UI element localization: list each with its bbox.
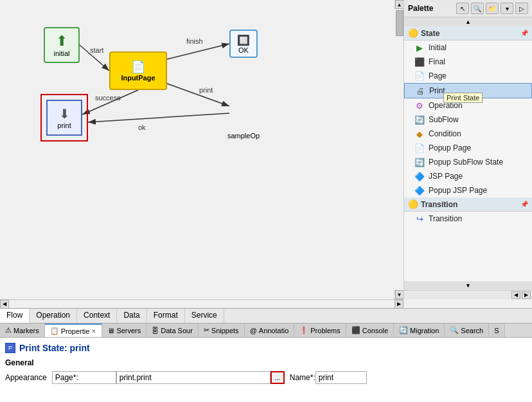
palette-item-page[interactable]: 📄 Page — [404, 69, 532, 83]
palette-expand-btn[interactable]: ▷ — [515, 3, 528, 14]
palette-section-state[interactable]: 🟡 State 📌 — [404, 26, 532, 41]
node-initial[interactable]: ⬆ initial — [44, 27, 80, 63]
state-section-label: State — [421, 29, 439, 38]
prop-name-input[interactable] — [315, 371, 367, 384]
node-inputpage-label: InputPage — [121, 74, 155, 82]
popup-subflow-palette-label: Popup SubFlow State — [429, 158, 503, 167]
palette-item-final[interactable]: ⬛ Final — [404, 55, 532, 69]
problems-icon: ❗ — [299, 326, 308, 334]
palette-scroll-up[interactable]: ▲ — [404, 17, 532, 26]
prop-page-input[interactable] — [52, 371, 116, 384]
tab-context[interactable]: Context — [77, 309, 117, 323]
servers-label: Servers — [116, 327, 141, 334]
canvas-hscroll-right[interactable]: ▶ — [395, 300, 403, 309]
eclipse-tab-search[interactable]: 🔍 Search — [445, 324, 489, 337]
palette-section-transition[interactable]: 🟡 Transition 📌 — [404, 197, 532, 212]
eclipse-tab-migration[interactable]: 🔄 Migration — [394, 324, 445, 337]
annotatio-icon: @ — [250, 327, 257, 334]
node-ok-label: OK — [238, 46, 249, 54]
palette-item-jsp-page[interactable]: 🔷 JSP Page — [404, 169, 532, 183]
arrow-label-finish: finish — [186, 37, 203, 45]
initial-palette-icon: ▶ — [414, 42, 425, 53]
search-label: Search — [461, 327, 483, 334]
print-palette-icon: 🖨 — [415, 86, 425, 96]
palette-section-state-title: 🟡 State — [408, 28, 439, 38]
prop-appearance-label: Appearance — [5, 373, 47, 382]
palette-scroll-down[interactable]: ▼ — [404, 281, 532, 290]
servers-icon: 🖥 — [107, 327, 114, 334]
canvas-hscroll: ◀ ▶ — [0, 299, 403, 308]
top-area: start finish success ok print ⬆ initial … — [0, 0, 532, 299]
properties-close[interactable]: ✕ — [91, 328, 96, 334]
palette-hscroll-left[interactable]: ◀ — [511, 291, 520, 299]
svg-line-4 — [88, 113, 229, 122]
palette-folder-btn[interactable]: 📁 — [486, 3, 499, 14]
eclipse-tab-servers[interactable]: 🖥 Servers — [102, 324, 146, 337]
prop-page-value-input[interactable] — [116, 371, 270, 384]
palette-item-transition[interactable]: ↪ Transition — [404, 212, 532, 226]
palette-item-popup-jsp[interactable]: 🔷 Popup JSP Page — [404, 183, 532, 197]
node-initial-label: initial — [53, 50, 69, 57]
datasour-icon: 🗄 — [152, 327, 159, 334]
canvas-scrollbar-v[interactable]: ▲ ▼ — [395, 0, 403, 299]
palette-item-subflow[interactable]: 🔄 SubFlow — [404, 113, 532, 127]
eclipse-tab-datasour[interactable]: 🗄 Data Sour — [146, 324, 199, 337]
palette-item-popup-page[interactable]: 📄 Popup Page — [404, 141, 532, 155]
node-inputpage[interactable]: 📄 InputPage — [109, 51, 167, 90]
datasour-label: Data Sour — [161, 327, 193, 334]
eclipse-tab-s[interactable]: S — [489, 324, 504, 337]
eclipse-tab-properties[interactable]: 📋 Propertie ✕ — [45, 324, 103, 337]
state-section-pin: 📌 — [520, 30, 528, 37]
state-section-icon: 🟡 — [408, 28, 418, 38]
canvas-with-scroll: start finish success ok print ⬆ initial … — [0, 0, 403, 299]
palette-item-initial[interactable]: ▶ Initial — [404, 41, 532, 55]
palette-item-condition[interactable]: ◆ Condition — [404, 127, 532, 141]
transition-section-pin: 📌 — [520, 201, 528, 208]
console-icon: ⬛ — [351, 326, 360, 334]
s-label: S — [494, 327, 499, 334]
eclipse-tab-annotatio[interactable]: @ Annotatio — [245, 324, 295, 337]
tab-format[interactable]: Format — [147, 309, 185, 323]
eclipse-tab-markers[interactable]: ⚠ Markers — [0, 324, 45, 337]
palette-item-popup-subflow[interactable]: 🔄 Popup SubFlow State — [404, 155, 532, 169]
prop-browse-btn[interactable]: ... — [270, 371, 285, 384]
subflow-palette-icon: 🔄 — [414, 114, 425, 125]
node-print[interactable]: ⬇ print — [46, 100, 82, 136]
node-print-label: print — [57, 122, 71, 129]
eclipse-tab-problems[interactable]: ❗ Problems — [294, 324, 346, 337]
tab-flow[interactable]: Flow — [0, 309, 30, 323]
arrow-label-print: print — [199, 86, 213, 94]
eclipse-tab-snippets[interactable]: ✂ Snippets — [199, 324, 245, 337]
palette-hscroll-right[interactable]: ▶ — [522, 291, 531, 299]
palette-dropdown-btn[interactable]: ▾ — [501, 3, 513, 14]
palette-scroll-area: 🟡 State 📌 ▶ Initial ⬛ Final 📄 Page — [404, 26, 532, 281]
transition-palette-label: Transition — [429, 214, 462, 223]
eclipse-tab-console[interactable]: ⬛ Console — [346, 324, 394, 337]
prop-title-icon: P — [5, 343, 15, 353]
ok-icon: 🔲 — [237, 34, 250, 46]
palette-header: Palette ↖ 🔍 📁 ▾ ▷ — [404, 0, 532, 17]
page-palette-label: Page — [429, 71, 447, 80]
canvas-hscroll-left[interactable]: ◀ — [0, 300, 9, 309]
print-icon: ⬇ — [59, 106, 70, 122]
popup-page-palette-icon: 📄 — [414, 143, 425, 153]
tab-service[interactable]: Service — [185, 309, 224, 323]
node-ok[interactable]: 🔲 OK — [229, 30, 258, 58]
snippets-label: Snippets — [211, 327, 239, 334]
node-sampleop-container: ⚙ sampleOp — [225, 93, 262, 140]
palette-hscroll: ◀ ▶ — [404, 290, 532, 299]
scroll-up-btn[interactable]: ▲ — [395, 0, 404, 9]
tab-operation[interactable]: Operation — [30, 309, 77, 323]
palette-cursor-btn[interactable]: ↖ — [456, 3, 469, 14]
palette-item-print[interactable]: 🖨 Print Print State — [404, 83, 532, 98]
search-icon: 🔍 — [450, 326, 459, 334]
scroll-thumb[interactable] — [396, 10, 403, 36]
palette: Palette ↖ 🔍 📁 ▾ ▷ ▲ 🟡 State — [403, 0, 532, 299]
palette-zoom-in-btn[interactable]: 🔍 — [471, 3, 484, 14]
final-palette-label: Final — [429, 57, 445, 66]
scroll-down-btn[interactable]: ▼ — [395, 290, 404, 299]
popup-jsp-palette-label: Popup JSP Page — [429, 186, 487, 195]
tab-data[interactable]: Data — [117, 309, 146, 323]
page-palette-icon: 📄 — [414, 71, 425, 81]
svg-line-5 — [167, 84, 229, 106]
